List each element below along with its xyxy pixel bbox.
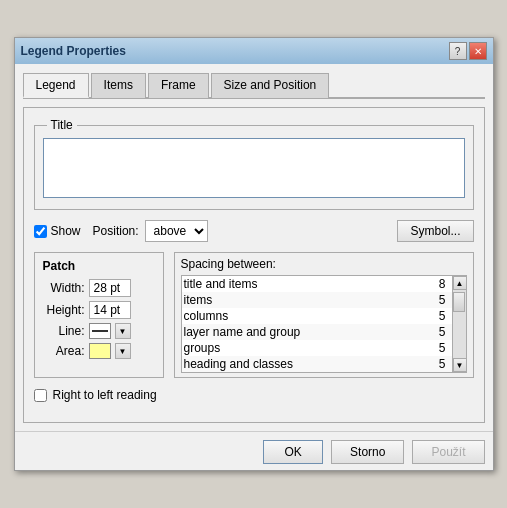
scroll-track xyxy=(453,290,466,358)
patch-width-row: Width: 28 pt xyxy=(43,279,155,297)
tab-bar: Legend Items Frame Size and Position xyxy=(23,72,485,99)
patch-title: Patch xyxy=(43,259,155,273)
spacing-label-3: layer name and group xyxy=(184,325,301,339)
title-group-label: Title xyxy=(47,118,77,132)
position-select[interactable]: above below left right xyxy=(145,220,208,242)
spacing-label-0: title and items xyxy=(184,277,258,291)
patch-height-value: 14 pt xyxy=(89,301,131,319)
patch-area-label: Area: xyxy=(43,344,85,358)
dialog-content: Legend Items Frame Size and Position Tit… xyxy=(15,64,493,431)
title-input[interactable] xyxy=(43,138,465,198)
patch-height-row: Height: 14 pt xyxy=(43,301,155,319)
tab-size-and-position[interactable]: Size and Position xyxy=(211,73,330,98)
spacing-val-2: 5 xyxy=(426,309,450,323)
title-bar-controls: ? ✕ xyxy=(449,42,487,60)
title-group: Title xyxy=(34,118,474,210)
spacing-item-1: items 5 xyxy=(182,292,452,308)
spacing-box: Spacing between: title and items 8 items… xyxy=(174,252,474,378)
patch-box: Patch Width: 28 pt Height: 14 pt Line: ▼ xyxy=(34,252,164,378)
spacing-item-2: columns 5 xyxy=(182,308,452,324)
spacing-list: title and items 8 items 5 columns 5 xyxy=(181,275,467,373)
patch-line-row: Line: ▼ xyxy=(43,323,155,339)
close-button[interactable]: ✕ xyxy=(469,42,487,60)
rtl-label: Right to left reading xyxy=(53,388,157,402)
bottom-section: Patch Width: 28 pt Height: 14 pt Line: ▼ xyxy=(34,252,474,378)
title-bar: Legend Properties ? ✕ xyxy=(15,38,493,64)
spacing-val-0: 8 xyxy=(426,277,450,291)
patch-height-label: Height: xyxy=(43,303,85,317)
scroll-down-button[interactable]: ▼ xyxy=(453,358,467,372)
line-dropdown-arrow[interactable]: ▼ xyxy=(115,323,131,339)
patch-width-label: Width: xyxy=(43,281,85,295)
cancel-button[interactable]: Storno xyxy=(331,440,404,464)
line-color-swatch[interactable] xyxy=(89,323,111,339)
tab-legend[interactable]: Legend xyxy=(23,73,89,98)
spacing-val-3: 5 xyxy=(426,325,450,339)
spacing-val-5: 5 xyxy=(426,357,450,371)
spacing-item-0: title and items 8 xyxy=(182,276,452,292)
spacing-item-3: layer name and group 5 xyxy=(182,324,452,340)
symbol-button[interactable]: Symbol... xyxy=(397,220,473,242)
position-label: Position: xyxy=(93,224,139,238)
rtl-row: Right to left reading xyxy=(34,388,474,402)
tab-items[interactable]: Items xyxy=(91,73,146,98)
window-title: Legend Properties xyxy=(21,44,126,58)
footer: OK Storno Použít xyxy=(15,431,493,470)
legend-panel: Title Show Position: above below left ri… xyxy=(23,107,485,423)
spacing-label-5: heading and classes xyxy=(184,357,293,371)
ok-button[interactable]: OK xyxy=(263,440,323,464)
patch-area-row: Area: ▼ xyxy=(43,343,155,359)
spacing-label-2: columns xyxy=(184,309,229,323)
scroll-thumb[interactable] xyxy=(453,292,465,312)
spacing-item-5: heading and classes 5 xyxy=(182,356,452,372)
spacing-label-4: groups xyxy=(184,341,221,355)
apply-button[interactable]: Použít xyxy=(412,440,484,464)
patch-line-label: Line: xyxy=(43,324,85,338)
scroll-up-button[interactable]: ▲ xyxy=(453,276,467,290)
spacing-val-1: 5 xyxy=(426,293,450,307)
rtl-checkbox[interactable] xyxy=(34,389,47,402)
patch-width-value: 28 pt xyxy=(89,279,131,297)
show-checkbox[interactable] xyxy=(34,225,47,238)
spacing-label-1: items xyxy=(184,293,213,307)
legend-properties-dialog: Legend Properties ? ✕ Legend Items Frame… xyxy=(14,37,494,471)
show-checkbox-label: Show xyxy=(34,224,81,238)
show-row: Show Position: above below left right Sy… xyxy=(34,220,474,242)
spacing-val-4: 5 xyxy=(426,341,450,355)
tab-frame[interactable]: Frame xyxy=(148,73,209,98)
show-label: Show xyxy=(51,224,81,238)
spacing-items: title and items 8 items 5 columns 5 xyxy=(182,276,452,372)
spacing-title: Spacing between: xyxy=(181,257,467,271)
area-dropdown-arrow[interactable]: ▼ xyxy=(115,343,131,359)
spacing-item-4: groups 5 xyxy=(182,340,452,356)
spacing-scrollbar: ▲ ▼ xyxy=(452,276,466,372)
help-button[interactable]: ? xyxy=(449,42,467,60)
position-row: Position: above below left right xyxy=(93,220,208,242)
area-color-swatch[interactable] xyxy=(89,343,111,359)
